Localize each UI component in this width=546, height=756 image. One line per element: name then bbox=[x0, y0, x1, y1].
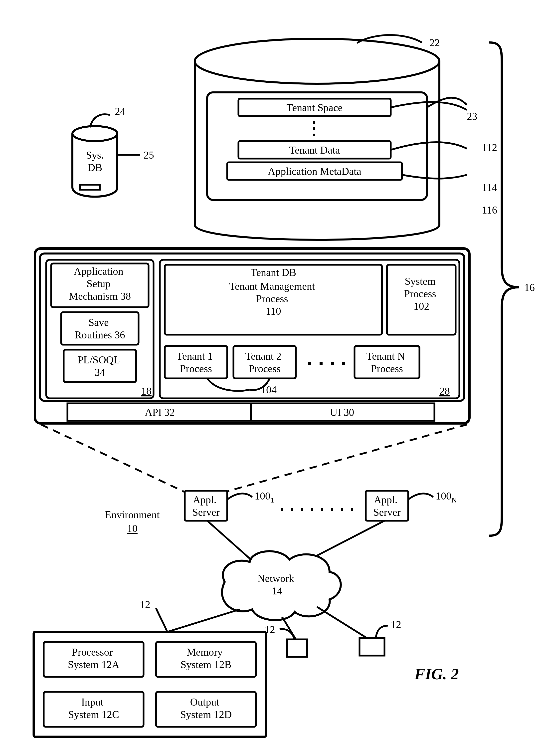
svg-rect-9 bbox=[80, 185, 100, 190]
ref-112: 112 bbox=[482, 142, 497, 153]
svg-line-44 bbox=[207, 521, 252, 561]
svg-line-29 bbox=[225, 425, 467, 492]
ref-116: 116 bbox=[482, 204, 497, 216]
ref-18: 18 bbox=[141, 385, 152, 397]
svg-rect-40 bbox=[341, 508, 343, 511]
tenant-data-box: Tenant Data bbox=[239, 141, 467, 159]
tenant-space-box: Tenant Space bbox=[239, 99, 467, 116]
svg-rect-38 bbox=[321, 508, 323, 511]
appl-server-1: Appl. Server 1001 bbox=[185, 490, 274, 521]
svg-rect-21 bbox=[308, 362, 311, 365]
left-inner-group: 18 Application Setup Mechanism 38 Save R… bbox=[46, 260, 154, 398]
svg-line-48 bbox=[317, 607, 367, 638]
svg-rect-39 bbox=[331, 508, 333, 511]
sys-db-label-1: Sys. bbox=[86, 149, 104, 161]
sys-db-cylinder: Sys. DB 24 25 bbox=[72, 106, 154, 197]
svg-text:12: 12 bbox=[391, 619, 401, 630]
ref-104: 104 bbox=[261, 384, 276, 396]
api-label: API 32 bbox=[145, 407, 175, 418]
system-16-brace: 16 bbox=[489, 42, 535, 536]
svg-line-28 bbox=[41, 425, 185, 492]
ref-24: 24 bbox=[115, 106, 125, 117]
svg-rect-3 bbox=[313, 121, 315, 124]
svg-rect-36 bbox=[301, 508, 303, 511]
app-metadata-label: Application MetaData bbox=[268, 166, 361, 177]
api-ui-row: API 32 UI 30 bbox=[67, 403, 434, 421]
svg-rect-49 bbox=[287, 639, 307, 657]
svg-rect-24 bbox=[342, 362, 345, 365]
app-metadata-box: Application MetaData bbox=[227, 162, 467, 180]
svg-rect-50 bbox=[359, 638, 384, 656]
right-inner-group: 28 Tenant DB Tenant Management Process 1… bbox=[160, 260, 459, 398]
environment-label: Environment 10 bbox=[105, 509, 160, 534]
ui-label: UI 30 bbox=[330, 407, 354, 418]
svg-point-8 bbox=[72, 126, 117, 141]
svg-rect-22 bbox=[319, 362, 322, 365]
small-client-2 bbox=[359, 638, 384, 656]
svg-rect-41 bbox=[351, 508, 353, 511]
tenant-ellipsis bbox=[313, 121, 315, 136]
figure-label: FIG. 2 bbox=[414, 665, 459, 683]
svg-line-46 bbox=[167, 609, 240, 632]
ref-100-1: 1001 bbox=[255, 490, 274, 504]
dashed-projection bbox=[41, 425, 467, 492]
svg-text:10: 10 bbox=[127, 523, 138, 534]
ref-100-n: 100N bbox=[436, 490, 457, 504]
appl-server-n: Appl. Server 100N bbox=[366, 490, 457, 521]
svg-rect-34 bbox=[281, 508, 283, 511]
svg-rect-23 bbox=[331, 362, 334, 365]
ref-25: 25 bbox=[144, 149, 154, 161]
server-block: 18 Application Setup Mechanism 38 Save R… bbox=[35, 249, 469, 423]
small-client-1 bbox=[287, 639, 307, 657]
tenant-data-label: Tenant Data bbox=[289, 144, 340, 156]
ref-16: 16 bbox=[524, 282, 535, 293]
svg-rect-5 bbox=[313, 134, 315, 136]
svg-rect-37 bbox=[311, 508, 313, 511]
client-box-detail: Processor System 12A Memory System 12B I… bbox=[34, 632, 266, 737]
ref-22: 22 bbox=[429, 37, 440, 48]
ref-23: 23 bbox=[467, 111, 477, 122]
svg-rect-18 bbox=[387, 265, 456, 335]
svg-point-0 bbox=[195, 39, 439, 84]
sys-db-label-2: DB bbox=[88, 162, 102, 173]
svg-text:Environment: Environment bbox=[105, 509, 160, 520]
svg-rect-4 bbox=[313, 127, 315, 130]
tenant-space-label: Tenant Space bbox=[286, 102, 342, 113]
server-dots bbox=[281, 508, 353, 511]
tenant-db-inner-frame: 23 Tenant Space Tenant Data Application … bbox=[207, 92, 497, 216]
svg-rect-35 bbox=[291, 508, 293, 511]
tenant-db-header: Tenant DB bbox=[251, 267, 296, 278]
ref-28: 28 bbox=[439, 385, 450, 397]
server-to-cloud bbox=[207, 521, 384, 561]
svg-line-45 bbox=[307, 521, 384, 561]
svg-text:12: 12 bbox=[140, 599, 150, 610]
ref-114: 114 bbox=[482, 182, 497, 193]
